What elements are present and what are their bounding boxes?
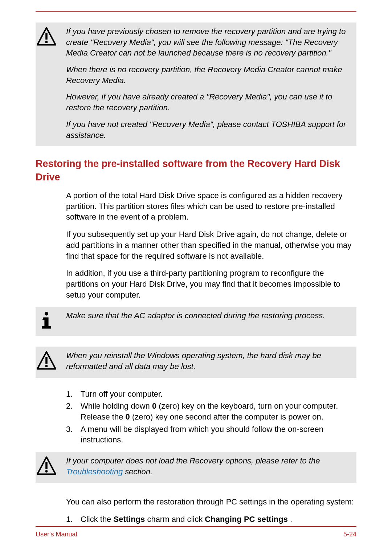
ordered-list: 1. Turn off your computer. 2. While hold… [66,389,356,445]
svg-point-2 [45,41,48,43]
list-text: Click the Settings charm and click Chang… [81,514,356,525]
info-icon [36,307,66,331]
warning-callout-1: If you have previously chosen to remove … [36,23,356,146]
body-paragraph: In addition, if you use a third-party pa… [66,268,356,300]
body-paragraph: If you subsequently set up your Hard Dis… [66,229,356,261]
list-item: 2. While holding down 0 (zero) key on th… [66,401,356,422]
section-heading: Restoring the pre-installed software fro… [36,157,356,184]
list-text: While holding down 0 (zero) key on the k… [81,401,356,422]
svg-rect-5 [45,357,48,364]
list-number: 1. [66,514,81,525]
body-paragraph: You can also perform the restoration thr… [66,496,356,507]
list-item: 1. Turn off your computer. [66,389,356,400]
svg-point-3 [45,312,48,316]
list-item: 1. Click the Settings charm and click Ch… [66,514,356,525]
footer-left: User's Manual [36,531,77,538]
callout-text: If you have previously chosen to remove … [66,23,351,141]
page-frame: If you have previously chosen to remove … [36,11,356,541]
callout-text: Make sure that the AC adaptor is connect… [66,307,351,331]
footer-right: 5-24 [343,531,356,538]
warning-icon [36,452,66,478]
callout-para: When you reinstall the Windows operating… [66,350,351,372]
list-number: 2. [66,401,81,422]
warning-callout-2: When you reinstall the Windows operating… [36,347,356,377]
svg-point-9 [45,470,48,473]
warning-icon [36,347,66,372]
callout-para: If you have not created "Recovery Media"… [66,119,351,140]
info-callout: Make sure that the AC adaptor is connect… [36,307,356,336]
svg-rect-1 [45,33,48,40]
callout-para: Make sure that the AC adaptor is connect… [66,310,351,321]
callout-para: However, if you have already created a "… [66,91,351,113]
list-text: Turn off your computer. [81,389,356,400]
page-footer: User's Manual 5-24 [36,526,356,538]
list-number: 1. [66,389,81,400]
callout-para: When there is no recovery partition, the… [66,64,351,86]
body-paragraph: A portion of the total Hard Disk Drive s… [66,190,356,222]
content-area: If you have previously chosen to remove … [36,12,356,525]
svg-point-6 [45,365,48,368]
callout-text: If your computer does not load the Recov… [66,452,351,478]
list-text: A menu will be displayed from which you … [81,424,356,445]
list-item: 3. A menu will be displayed from which y… [66,424,356,445]
list-number: 3. [66,424,81,445]
troubleshooting-link[interactable]: Troubleshooting [66,467,123,476]
svg-rect-8 [45,462,48,469]
warning-callout-3: If your computer does not load the Recov… [36,452,356,483]
warning-icon [36,23,66,141]
callout-para: If your computer does not load the Recov… [66,455,351,477]
callout-para: If you have previously chosen to remove … [66,26,351,58]
callout-text: When you reinstall the Windows operating… [66,347,351,372]
ordered-list-2: 1. Click the Settings charm and click Ch… [66,514,356,525]
